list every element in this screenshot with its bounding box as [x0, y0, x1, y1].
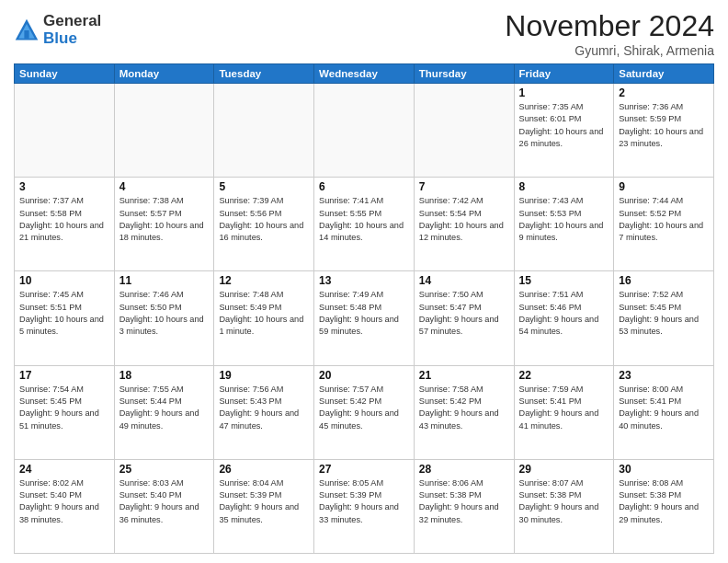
day-info: Sunrise: 7:59 AM Sunset: 5:41 PM Dayligh… [519, 384, 609, 432]
calendar-table: Sunday Monday Tuesday Wednesday Thursday… [14, 63, 714, 554]
day-info: Sunrise: 7:49 AM Sunset: 5:48 PM Dayligh… [319, 289, 409, 338]
day-number: 10 [19, 274, 109, 287]
day-info: Sunrise: 7:56 AM Sunset: 5:43 PM Dayligh… [219, 384, 309, 432]
day-info: Sunrise: 7:57 AM Sunset: 5:42 PM Dayligh… [319, 384, 409, 432]
day-cell: 16Sunrise: 7:52 AM Sunset: 5:45 PM Dayli… [614, 271, 714, 365]
day-number: 12 [219, 274, 309, 287]
day-number: 28 [419, 463, 509, 476]
day-info: Sunrise: 7:37 AM Sunset: 5:58 PM Dayligh… [19, 195, 109, 244]
day-cell: 15Sunrise: 7:51 AM Sunset: 5:46 PM Dayli… [514, 271, 614, 365]
day-info: Sunrise: 7:48 AM Sunset: 5:49 PM Dayligh… [219, 289, 309, 338]
day-cell: 18Sunrise: 7:55 AM Sunset: 5:44 PM Dayli… [114, 365, 214, 459]
header-friday: Friday [514, 64, 614, 84]
day-number: 3 [19, 180, 109, 193]
day-cell [414, 84, 514, 178]
day-number: 27 [319, 463, 409, 476]
day-number: 11 [119, 274, 210, 287]
week-row-4: 24Sunrise: 8:02 AM Sunset: 5:40 PM Dayli… [15, 459, 714, 553]
day-info: Sunrise: 7:39 AM Sunset: 5:56 PM Dayligh… [219, 195, 309, 244]
day-cell: 14Sunrise: 7:50 AM Sunset: 5:47 PM Dayli… [414, 271, 514, 365]
day-info: Sunrise: 7:35 AM Sunset: 6:01 PM Dayligh… [519, 101, 609, 150]
week-row-2: 10Sunrise: 7:45 AM Sunset: 5:51 PM Dayli… [15, 271, 714, 365]
day-cell [314, 84, 415, 178]
day-cell: 30Sunrise: 8:08 AM Sunset: 5:38 PM Dayli… [614, 459, 714, 553]
day-info: Sunrise: 7:50 AM Sunset: 5:47 PM Dayligh… [419, 289, 509, 338]
day-cell: 24Sunrise: 8:02 AM Sunset: 5:40 PM Dayli… [15, 459, 115, 553]
day-info: Sunrise: 7:54 AM Sunset: 5:45 PM Dayligh… [19, 384, 109, 432]
day-cell: 27Sunrise: 8:05 AM Sunset: 5:39 PM Dayli… [314, 459, 415, 553]
day-info: Sunrise: 8:08 AM Sunset: 5:38 PM Dayligh… [619, 477, 709, 526]
day-number: 16 [619, 274, 709, 287]
title-block: November 2024 Gyumri, Shirak, Armenia [505, 9, 714, 58]
day-cell: 13Sunrise: 7:49 AM Sunset: 5:48 PM Dayli… [314, 271, 415, 365]
day-info: Sunrise: 7:42 AM Sunset: 5:54 PM Dayligh… [419, 195, 509, 244]
day-info: Sunrise: 7:55 AM Sunset: 5:44 PM Dayligh… [119, 384, 210, 432]
day-cell: 4Sunrise: 7:38 AM Sunset: 5:57 PM Daylig… [114, 178, 214, 271]
day-cell: 2Sunrise: 7:36 AM Sunset: 5:59 PM Daylig… [614, 84, 714, 178]
day-number: 9 [619, 180, 709, 193]
day-info: Sunrise: 8:00 AM Sunset: 5:41 PM Dayligh… [619, 384, 709, 432]
day-number: 7 [419, 180, 509, 193]
day-cell: 23Sunrise: 8:00 AM Sunset: 5:41 PM Dayli… [614, 365, 714, 459]
header-saturday: Saturday [614, 64, 714, 84]
week-row-0: 1Sunrise: 7:35 AM Sunset: 6:01 PM Daylig… [15, 84, 714, 178]
day-number: 24 [19, 463, 109, 476]
day-number: 23 [619, 369, 709, 382]
calendar-body: 1Sunrise: 7:35 AM Sunset: 6:01 PM Daylig… [15, 84, 714, 554]
logo-line2: Blue [43, 30, 101, 48]
day-cell: 9Sunrise: 7:44 AM Sunset: 5:52 PM Daylig… [614, 178, 714, 271]
day-cell: 8Sunrise: 7:43 AM Sunset: 5:53 PM Daylig… [514, 178, 614, 271]
day-info: Sunrise: 7:51 AM Sunset: 5:46 PM Dayligh… [519, 289, 609, 338]
day-number: 13 [319, 274, 409, 287]
day-cell [214, 84, 314, 178]
day-info: Sunrise: 7:58 AM Sunset: 5:42 PM Dayligh… [419, 384, 509, 432]
day-cell: 22Sunrise: 7:59 AM Sunset: 5:41 PM Dayli… [514, 365, 614, 459]
header-sunday: Sunday [15, 64, 115, 84]
month-title: November 2024 [505, 9, 714, 43]
day-info: Sunrise: 8:05 AM Sunset: 5:39 PM Dayligh… [319, 477, 409, 526]
page: General Blue November 2024 Gyumri, Shira… [0, 0, 728, 563]
location: Gyumri, Shirak, Armenia [505, 43, 714, 58]
day-number: 2 [619, 86, 709, 99]
day-info: Sunrise: 8:03 AM Sunset: 5:40 PM Dayligh… [119, 477, 210, 526]
day-info: Sunrise: 7:44 AM Sunset: 5:52 PM Dayligh… [619, 195, 709, 244]
day-number: 8 [519, 180, 609, 193]
day-info: Sunrise: 7:46 AM Sunset: 5:50 PM Dayligh… [119, 289, 210, 338]
day-info: Sunrise: 7:43 AM Sunset: 5:53 PM Dayligh… [519, 195, 609, 244]
day-info: Sunrise: 7:41 AM Sunset: 5:55 PM Dayligh… [319, 195, 409, 244]
day-cell: 29Sunrise: 8:07 AM Sunset: 5:38 PM Dayli… [514, 459, 614, 553]
day-cell: 10Sunrise: 7:45 AM Sunset: 5:51 PM Dayli… [15, 271, 115, 365]
day-cell: 1Sunrise: 7:35 AM Sunset: 6:01 PM Daylig… [514, 84, 614, 178]
weekday-header-row: Sunday Monday Tuesday Wednesday Thursday… [15, 64, 714, 84]
day-cell: 12Sunrise: 7:48 AM Sunset: 5:49 PM Dayli… [214, 271, 314, 365]
header-monday: Monday [114, 64, 214, 84]
calendar: Sunday Monday Tuesday Wednesday Thursday… [14, 63, 714, 554]
day-info: Sunrise: 7:45 AM Sunset: 5:51 PM Dayligh… [19, 289, 109, 338]
header-thursday: Thursday [414, 64, 514, 84]
day-cell [15, 84, 115, 178]
week-row-3: 17Sunrise: 7:54 AM Sunset: 5:45 PM Dayli… [15, 365, 714, 459]
day-cell: 20Sunrise: 7:57 AM Sunset: 5:42 PM Dayli… [314, 365, 415, 459]
logo-icon [14, 17, 40, 43]
day-cell: 5Sunrise: 7:39 AM Sunset: 5:56 PM Daylig… [214, 178, 314, 271]
logo: General Blue [14, 13, 101, 47]
day-cell: 7Sunrise: 7:42 AM Sunset: 5:54 PM Daylig… [414, 178, 514, 271]
day-number: 4 [119, 180, 210, 193]
day-info: Sunrise: 8:04 AM Sunset: 5:39 PM Dayligh… [219, 477, 309, 526]
day-number: 5 [219, 180, 309, 193]
day-number: 21 [419, 369, 509, 382]
header-wednesday: Wednesday [314, 64, 415, 84]
header-tuesday: Tuesday [214, 64, 314, 84]
day-number: 22 [519, 369, 609, 382]
day-number: 29 [519, 463, 609, 476]
day-number: 26 [219, 463, 309, 476]
day-info: Sunrise: 8:07 AM Sunset: 5:38 PM Dayligh… [519, 477, 609, 526]
day-number: 30 [619, 463, 709, 476]
day-cell: 6Sunrise: 7:41 AM Sunset: 5:55 PM Daylig… [314, 178, 415, 271]
calendar-header: Sunday Monday Tuesday Wednesday Thursday… [15, 64, 714, 84]
day-number: 17 [19, 369, 109, 382]
day-number: 18 [119, 369, 210, 382]
week-row-1: 3Sunrise: 7:37 AM Sunset: 5:58 PM Daylig… [15, 178, 714, 271]
day-number: 25 [119, 463, 210, 476]
day-info: Sunrise: 7:36 AM Sunset: 5:59 PM Dayligh… [619, 101, 709, 150]
